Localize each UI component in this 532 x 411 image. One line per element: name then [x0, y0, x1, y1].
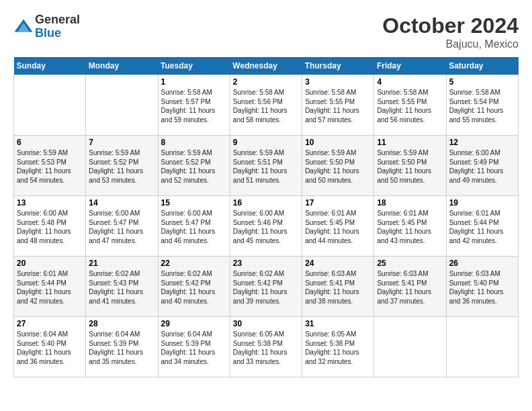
day-number: 20 — [17, 259, 83, 268]
day-number: 26 — [449, 259, 515, 268]
day-number: 18 — [377, 198, 443, 208]
calendar-cell: 29Sunrise: 6:04 AM Sunset: 5:39 PM Dayli… — [158, 317, 230, 377]
calendar-cell: 8Sunrise: 5:59 AM Sunset: 5:52 PM Daylig… — [158, 136, 230, 196]
calendar-cell: 7Sunrise: 5:59 AM Sunset: 5:52 PM Daylig… — [86, 136, 158, 196]
calendar-cell: 30Sunrise: 6:05 AM Sunset: 5:38 PM Dayli… — [230, 317, 302, 377]
weekday-header-saturday: Saturday — [446, 57, 518, 75]
cell-info: Sunrise: 5:59 AM Sunset: 5:53 PM Dayligh… — [17, 148, 83, 185]
logo-icon — [13, 17, 34, 37]
cell-info: Sunrise: 6:02 AM Sunset: 5:43 PM Dayligh… — [89, 269, 154, 306]
cell-info: Sunrise: 5:59 AM Sunset: 5:51 PM Dayligh… — [233, 148, 299, 185]
day-number: 5 — [449, 77, 515, 87]
calendar-cell — [86, 75, 158, 136]
calendar-cell: 5Sunrise: 5:58 AM Sunset: 5:54 PM Daylig… — [446, 75, 518, 136]
title-block: October 2024 Bajucu, Mexico — [382, 13, 519, 50]
cell-info: Sunrise: 6:04 AM Sunset: 5:39 PM Dayligh… — [161, 330, 227, 366]
cell-info: Sunrise: 6:00 AM Sunset: 5:46 PM Dayligh… — [233, 209, 299, 245]
day-number: 16 — [233, 198, 299, 208]
cell-info: Sunrise: 5:58 AM Sunset: 5:57 PM Dayligh… — [161, 88, 227, 124]
logo-blue-text: Blue — [35, 27, 80, 40]
cell-info: Sunrise: 5:58 AM Sunset: 5:55 PM Dayligh… — [305, 88, 371, 124]
day-number: 27 — [17, 319, 83, 328]
calendar-cell: 14Sunrise: 6:00 AM Sunset: 5:47 PM Dayli… — [86, 196, 158, 257]
day-number: 28 — [89, 319, 154, 328]
day-number: 11 — [377, 138, 443, 147]
calendar-cell: 3Sunrise: 5:58 AM Sunset: 5:55 PM Daylig… — [302, 75, 374, 136]
cell-info: Sunrise: 6:03 AM Sunset: 5:41 PM Dayligh… — [377, 269, 443, 306]
cell-info: Sunrise: 6:00 AM Sunset: 5:48 PM Dayligh… — [17, 209, 83, 245]
logo: General Blue — [13, 13, 80, 40]
day-number: 7 — [89, 138, 154, 147]
calendar-cell — [446, 317, 518, 377]
day-number: 6 — [17, 138, 83, 147]
day-number: 10 — [305, 138, 371, 147]
cell-info: Sunrise: 6:02 AM Sunset: 5:42 PM Dayligh… — [161, 269, 227, 306]
day-number: 9 — [233, 138, 299, 147]
weekday-header-tuesday: Tuesday — [158, 57, 230, 75]
cell-info: Sunrise: 5:58 AM Sunset: 5:54 PM Dayligh… — [449, 88, 515, 124]
cell-info: Sunrise: 5:59 AM Sunset: 5:50 PM Dayligh… — [305, 148, 371, 185]
day-number: 29 — [161, 319, 227, 328]
page-header: General Blue October 2024 Bajucu, Mexico — [13, 13, 519, 50]
cell-info: Sunrise: 6:00 AM Sunset: 5:47 PM Dayligh… — [161, 209, 227, 245]
cell-info: Sunrise: 6:01 AM Sunset: 5:45 PM Dayligh… — [377, 209, 443, 245]
calendar-cell: 23Sunrise: 6:02 AM Sunset: 5:42 PM Dayli… — [230, 257, 302, 317]
calendar-cell: 10Sunrise: 5:59 AM Sunset: 5:50 PM Dayli… — [302, 136, 374, 196]
weekday-header-sunday: Sunday — [14, 57, 86, 75]
calendar-cell: 28Sunrise: 6:04 AM Sunset: 5:39 PM Dayli… — [86, 317, 158, 377]
cell-info: Sunrise: 6:04 AM Sunset: 5:40 PM Dayligh… — [17, 330, 83, 366]
month-year-title: October 2024 — [382, 13, 519, 38]
logo-general-text: General — [35, 13, 80, 27]
cell-info: Sunrise: 5:58 AM Sunset: 5:56 PM Dayligh… — [233, 88, 299, 124]
weekday-header-wednesday: Wednesday — [230, 57, 302, 75]
calendar-header: SundayMondayTuesdayWednesdayThursdayFrid… — [14, 57, 519, 75]
day-number: 22 — [161, 259, 227, 268]
calendar-week-row: 1Sunrise: 5:58 AM Sunset: 5:57 PM Daylig… — [14, 75, 519, 136]
day-number: 23 — [233, 259, 299, 268]
calendar-body: 1Sunrise: 5:58 AM Sunset: 5:57 PM Daylig… — [14, 75, 519, 377]
calendar-cell: 6Sunrise: 5:59 AM Sunset: 5:53 PM Daylig… — [14, 136, 86, 196]
calendar-cell: 4Sunrise: 5:58 AM Sunset: 5:55 PM Daylig… — [374, 75, 446, 136]
cell-info: Sunrise: 5:58 AM Sunset: 5:55 PM Dayligh… — [377, 88, 443, 124]
day-number: 3 — [305, 77, 371, 87]
calendar-cell: 17Sunrise: 6:01 AM Sunset: 5:45 PM Dayli… — [302, 196, 374, 257]
calendar-cell: 31Sunrise: 6:05 AM Sunset: 5:38 PM Dayli… — [302, 317, 374, 377]
day-number: 12 — [449, 138, 515, 147]
cell-info: Sunrise: 6:05 AM Sunset: 5:38 PM Dayligh… — [305, 330, 371, 366]
calendar-cell: 19Sunrise: 6:01 AM Sunset: 5:44 PM Dayli… — [446, 196, 518, 257]
calendar-cell: 1Sunrise: 5:58 AM Sunset: 5:57 PM Daylig… — [158, 75, 230, 136]
calendar-table: SundayMondayTuesdayWednesdayThursdayFrid… — [13, 57, 519, 377]
location-subtitle: Bajucu, Mexico — [382, 38, 519, 50]
calendar-cell: 25Sunrise: 6:03 AM Sunset: 5:41 PM Dayli… — [374, 257, 446, 317]
weekday-header-monday: Monday — [86, 57, 158, 75]
weekday-header-row: SundayMondayTuesdayWednesdayThursdayFrid… — [14, 57, 519, 75]
calendar-cell: 15Sunrise: 6:00 AM Sunset: 5:47 PM Dayli… — [158, 196, 230, 257]
day-number: 17 — [305, 198, 371, 208]
cell-info: Sunrise: 6:01 AM Sunset: 5:44 PM Dayligh… — [449, 209, 515, 245]
day-number: 13 — [17, 198, 83, 208]
day-number: 14 — [89, 198, 154, 208]
cell-info: Sunrise: 6:01 AM Sunset: 5:45 PM Dayligh… — [305, 209, 371, 245]
calendar-cell: 18Sunrise: 6:01 AM Sunset: 5:45 PM Dayli… — [374, 196, 446, 257]
calendar-week-row: 27Sunrise: 6:04 AM Sunset: 5:40 PM Dayli… — [14, 317, 519, 377]
day-number: 2 — [233, 77, 299, 87]
day-number: 4 — [377, 77, 443, 87]
cell-info: Sunrise: 5:59 AM Sunset: 5:50 PM Dayligh… — [377, 148, 443, 185]
cell-info: Sunrise: 6:00 AM Sunset: 5:49 PM Dayligh… — [449, 148, 515, 185]
day-number: 24 — [305, 259, 371, 268]
calendar-cell: 20Sunrise: 6:01 AM Sunset: 5:44 PM Dayli… — [14, 257, 86, 317]
calendar-cell: 24Sunrise: 6:03 AM Sunset: 5:41 PM Dayli… — [302, 257, 374, 317]
weekday-header-thursday: Thursday — [302, 57, 374, 75]
day-number: 25 — [377, 259, 443, 268]
calendar-week-row: 20Sunrise: 6:01 AM Sunset: 5:44 PM Dayli… — [14, 257, 519, 317]
calendar-cell: 26Sunrise: 6:03 AM Sunset: 5:40 PM Dayli… — [446, 257, 518, 317]
day-number: 1 — [161, 77, 227, 87]
cell-info: Sunrise: 6:05 AM Sunset: 5:38 PM Dayligh… — [233, 330, 299, 366]
calendar-cell: 16Sunrise: 6:00 AM Sunset: 5:46 PM Dayli… — [230, 196, 302, 257]
calendar-cell: 21Sunrise: 6:02 AM Sunset: 5:43 PM Dayli… — [86, 257, 158, 317]
day-number: 15 — [161, 198, 227, 208]
calendar-cell: 22Sunrise: 6:02 AM Sunset: 5:42 PM Dayli… — [158, 257, 230, 317]
calendar-cell: 2Sunrise: 5:58 AM Sunset: 5:56 PM Daylig… — [230, 75, 302, 136]
weekday-header-friday: Friday — [374, 57, 446, 75]
calendar-week-row: 6Sunrise: 5:59 AM Sunset: 5:53 PM Daylig… — [14, 136, 519, 196]
